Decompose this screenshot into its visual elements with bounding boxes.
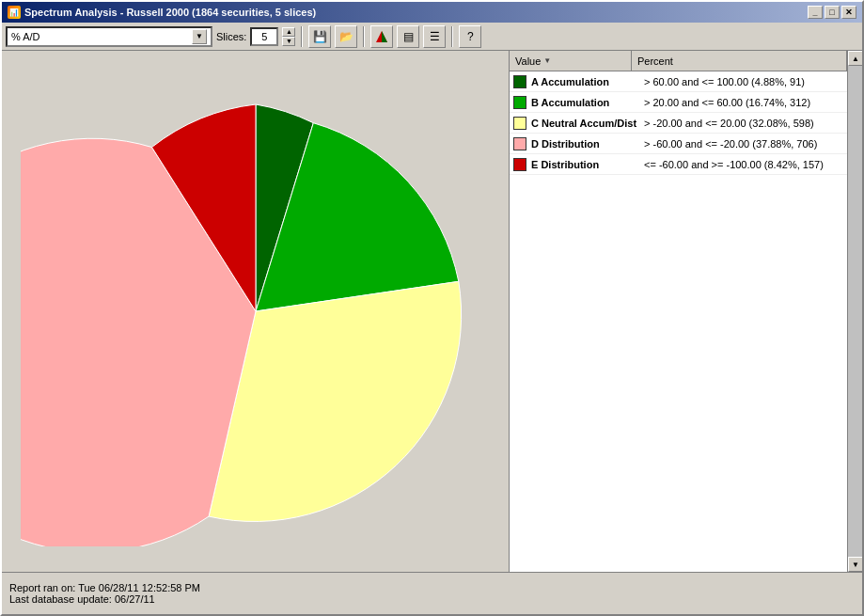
window-title: Spectrum Analysis - Russell 2000 (1864 s… xyxy=(24,7,316,18)
legend-color-3 xyxy=(513,137,526,150)
spin-up-button[interactable]: ▲ xyxy=(282,27,295,37)
help-button[interactable]: ? xyxy=(459,25,481,48)
scroll-down-button[interactable]: ▼ xyxy=(848,557,862,572)
legend-range-3: > -60.00 and <= -20.00 (37.88%, 706) xyxy=(644,138,843,150)
content-area: Value ▼ Percent A Accumulation > 60.00 a… xyxy=(2,51,862,572)
minimize-button[interactable]: _ xyxy=(808,6,823,19)
legend-color-1 xyxy=(513,96,526,109)
open-button[interactable]: 📂 xyxy=(335,25,357,48)
indicator-dropdown[interactable]: % A/D ▼ xyxy=(6,26,212,47)
legend-range-4: <= -60.00 and >= -100.00 (8.42%, 157) xyxy=(644,159,843,170)
vertical-scrollbar: ▲ ▼ xyxy=(847,51,862,572)
spin-down-button[interactable]: ▼ xyxy=(282,37,295,46)
legend-row: A Accumulation > 60.00 and <= 100.00 (4.… xyxy=(510,71,847,92)
maximize-button[interactable]: □ xyxy=(825,6,840,19)
footer: Report ran on: Tue 06/28/11 12:52:58 PM … xyxy=(2,572,862,614)
toolbar: % A/D ▼ Slices: ▲ ▼ 💾 📂 ▤ ☰ ? xyxy=(2,23,862,51)
legend-color-0 xyxy=(513,75,526,88)
legend-row: E Distribution <= -60.00 and >= -100.00 … xyxy=(510,154,847,175)
sort-icon[interactable]: ▼ xyxy=(543,56,551,65)
title-bar-left: 📊 Spectrum Analysis - Russell 2000 (1864… xyxy=(8,6,316,19)
last-update-text: Last database update: 06/27/11 xyxy=(9,593,855,605)
app-icon: 📊 xyxy=(8,6,21,19)
legend-panel: Value ▼ Percent A Accumulation > 60.00 a… xyxy=(509,51,847,572)
chart-options-button[interactable]: ▤ xyxy=(397,25,419,48)
toolbar-separator-2 xyxy=(363,26,365,47)
legend-color-4 xyxy=(513,158,526,171)
legend-row: C Neutral Accum/Dist > -20.00 and <= 20.… xyxy=(510,113,847,134)
chart-type-button[interactable] xyxy=(370,25,393,48)
slices-input[interactable] xyxy=(250,27,278,46)
svg-marker-1 xyxy=(382,31,387,42)
legend-rows: A Accumulation > 60.00 and <= 100.00 (4.… xyxy=(510,71,847,175)
legend-percent-header: Percent xyxy=(632,51,847,71)
save-button[interactable]: 💾 xyxy=(308,25,331,48)
legend-range-2: > -20.00 and <= 20.00 (32.08%, 598) xyxy=(644,118,843,129)
legend-row: D Distribution > -60.00 and <= -20.00 (3… xyxy=(510,134,847,154)
slices-label: Slices: xyxy=(216,31,246,42)
pie-chart xyxy=(21,76,491,546)
scroll-track[interactable] xyxy=(848,66,862,557)
dropdown-arrow[interactable]: ▼ xyxy=(192,29,207,44)
legend-label-1: B Accumulation xyxy=(531,97,644,108)
legend-header: Value ▼ Percent xyxy=(510,51,847,71)
legend-percent-label: Percent xyxy=(637,55,673,67)
table-button[interactable]: ☰ xyxy=(423,25,446,48)
legend-label-0: A Accumulation xyxy=(531,76,644,87)
dropdown-value: % A/D xyxy=(11,31,40,42)
slices-spinner: ▲ ▼ xyxy=(282,27,295,46)
chart-area xyxy=(2,51,509,572)
toolbar-separator-3 xyxy=(451,26,453,47)
main-window: 📊 Spectrum Analysis - Russell 2000 (1864… xyxy=(0,0,864,616)
legend-range-1: > 20.00 and <= 60.00 (16.74%, 312) xyxy=(644,97,843,108)
legend-label-3: D Distribution xyxy=(531,138,644,150)
legend-range-0: > 60.00 and <= 100.00 (4.88%, 91) xyxy=(644,76,843,87)
legend-value-header: Value ▼ xyxy=(510,51,632,71)
legend-label-4: E Distribution xyxy=(531,159,644,170)
report-ran-text: Report ran on: Tue 06/28/11 12:52:58 PM xyxy=(9,582,855,593)
legend-label-2: C Neutral Accum/Dist xyxy=(531,118,644,129)
legend-value-label: Value xyxy=(515,55,541,67)
legend-row: B Accumulation > 20.00 and <= 60.00 (16.… xyxy=(510,92,847,113)
toolbar-separator-1 xyxy=(301,26,303,47)
legend-color-2 xyxy=(513,117,526,130)
close-button[interactable]: ✕ xyxy=(841,6,856,19)
scroll-up-button[interactable]: ▲ xyxy=(848,51,862,66)
title-buttons: _ □ ✕ xyxy=(808,6,856,19)
title-bar: 📊 Spectrum Analysis - Russell 2000 (1864… xyxy=(2,2,862,23)
